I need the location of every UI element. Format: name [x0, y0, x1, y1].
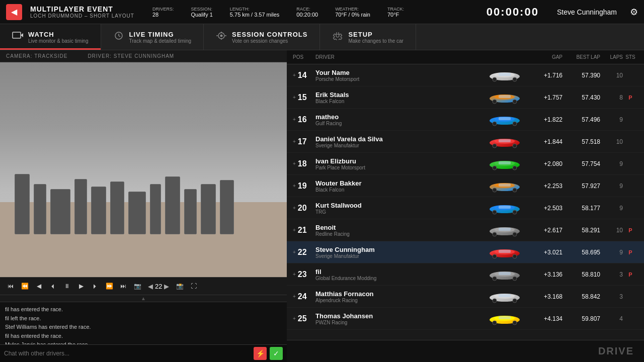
gap-cell: +2.617: [525, 227, 562, 234]
bestlap-cell: 58.842: [562, 293, 600, 300]
position-number: 25: [298, 314, 307, 323]
table-row[interactable]: + 17 Daniel Varela da Silva Sverige Manu…: [287, 131, 644, 153]
position-cell: + 24: [293, 292, 315, 301]
step-forward-button[interactable]: ⏵: [90, 281, 101, 292]
skip-to-start-button[interactable]: ⏮: [5, 281, 16, 292]
svg-point-47: [493, 232, 497, 236]
table-row[interactable]: + 25 Thomas Johansen PWZN Racing: [287, 308, 644, 330]
laps-cell: 9: [600, 249, 623, 256]
tab-watch[interactable]: WATCH Live monitor & basic timing: [0, 24, 101, 50]
garage-equipment: [15, 105, 273, 234]
gap-cell: +4.134: [525, 315, 562, 322]
tab-setup[interactable]: SETUP Make changes to the car: [320, 24, 416, 50]
driver-name: Steve Cunningham: [315, 246, 485, 253]
tab-live-timing[interactable]: LIVE TIMING Track map & detailed timing: [101, 24, 204, 50]
table-row[interactable]: + 16 matheo Gulf Racing: [287, 109, 644, 131]
driver-team: Porsche Motorsport: [315, 76, 485, 82]
position-cell: + 20: [293, 204, 315, 213]
rewind-fast-button[interactable]: ⏪: [19, 281, 30, 292]
svg-point-57: [493, 277, 497, 281]
lap-next-button[interactable]: ▶: [164, 283, 169, 290]
table-row[interactable]: + 14 Your Name Porsche Motorsport: [287, 64, 644, 86]
table-row[interactable]: + 23 fil Global Endurance Modding: [287, 263, 644, 286]
lap-prev-button[interactable]: ◀: [148, 283, 153, 290]
chat-input-bar[interactable]: ⚡ ✓: [0, 344, 287, 362]
chat-button-red[interactable]: ⚡: [254, 347, 267, 360]
bestlap-cell: 57.754: [562, 160, 600, 167]
car-thumbnail: [488, 312, 522, 326]
position-number: 19: [298, 182, 307, 191]
car-cell: [485, 157, 525, 171]
fullscreen-button[interactable]: ⛶: [188, 281, 199, 292]
chat-line: Stef Williams has entered the race.: [5, 323, 282, 332]
car-cell: [485, 312, 525, 326]
table-row[interactable]: + 15 Erik Staals Black Falcon: [287, 86, 644, 109]
bestlap-cell: 57.518: [562, 138, 600, 145]
driver-label: DRIVER: STEVE CUNNINGHAM: [88, 53, 174, 59]
back-button[interactable]: ◀: [6, 4, 22, 20]
gap-cell: +1.716: [525, 72, 562, 79]
laps-cell: 4: [600, 315, 623, 322]
position-cell: + 23: [293, 270, 315, 279]
pos-indicator: +: [293, 117, 296, 122]
svg-point-52: [493, 254, 497, 258]
session-info: SESSION: Qualify 1: [191, 7, 212, 18]
gap-cell: +2.080: [525, 160, 562, 167]
svg-rect-14: [499, 73, 511, 76]
lap-counter: ◀ 22 ▶: [148, 283, 169, 290]
equip-4: [74, 179, 87, 234]
drive-button[interactable]: DRIVE: [598, 345, 634, 357]
chat-line: fil has entered the race.: [5, 305, 282, 314]
main-content: CAMERA: TRACKSIDE DRIVER: STEVE CUNNINGH…: [0, 50, 644, 362]
table-row[interactable]: + 22 Steve Cunningham Sverige Manufaktur: [287, 241, 644, 263]
svg-point-18: [513, 100, 517, 104]
driver-cell: Erik Staals Black Falcon: [315, 91, 485, 104]
table-row[interactable]: + 21 Benoit Redline Racing: [287, 219, 644, 241]
play-button[interactable]: ▶: [75, 281, 87, 292]
chat-button-green[interactable]: ✓: [270, 347, 283, 360]
car-thumbnail: [488, 290, 522, 304]
svg-point-12: [493, 77, 497, 81]
tab-session-controls[interactable]: SESSION CONTROLS Vote on session changes: [204, 24, 320, 50]
live-timing-tab-text: LIVE TIMING Track map & detailed timing: [129, 31, 192, 44]
step-back-button[interactable]: ⏴: [47, 281, 58, 292]
settings-icon[interactable]: ⚙: [630, 7, 638, 18]
position-cell: + 22: [293, 248, 315, 257]
table-row[interactable]: + 20 Kurt Stallwood TRG: [287, 197, 644, 219]
table-row[interactable]: + 18 Ivan Elizburu Park Place Motorsport: [287, 153, 644, 175]
lap-number: 22: [155, 283, 162, 290]
pause-button[interactable]: ⏸: [61, 281, 72, 292]
col-gap-header: GAP: [525, 54, 562, 60]
camera-button[interactable]: 📷: [132, 281, 143, 292]
driver-name: Kurt Stallwood: [315, 202, 485, 209]
equip-3: [50, 189, 70, 234]
table-row[interactable]: + 19 Wouter Bakker Black Falcon: [287, 175, 644, 197]
pos-indicator: +: [293, 183, 296, 189]
screenshot-button[interactable]: 📸: [174, 281, 185, 292]
equip-6: [110, 182, 124, 234]
watch-label: WATCH: [28, 31, 89, 38]
rewind-button[interactable]: ◀: [33, 281, 44, 292]
svg-point-37: [493, 188, 497, 192]
gap-cell: +2.503: [525, 205, 562, 212]
position-number: 21: [298, 226, 307, 235]
bestlap-cell: 57.390: [562, 72, 600, 79]
svg-point-42: [493, 210, 497, 214]
table-row[interactable]: + 24 Matthias Fornacon Alpendruck Racing: [287, 286, 644, 308]
position-cell: + 21: [293, 226, 315, 235]
drivers-label: DRIVERS:: [152, 7, 174, 12]
position-number: 24: [298, 292, 307, 301]
equip-2: [34, 184, 46, 234]
skip-to-end-button[interactable]: ⏭: [118, 281, 129, 292]
equip-9: [165, 176, 180, 234]
svg-point-17: [493, 100, 497, 104]
pos-indicator: +: [293, 161, 296, 166]
car-thumbnail: [488, 135, 522, 149]
playback-controls: ⏮ ⏪ ◀ ⏴ ⏸ ▶ ⏵ ⏩ ⏭ 📷 ◀ 22 ▶ 📸 ⛶: [0, 277, 287, 295]
nav-tabs: WATCH Live monitor & basic timing LIVE T…: [0, 24, 644, 50]
sessioncontrols-sub: Vote on session changes: [232, 38, 307, 44]
chat-input[interactable]: [4, 350, 251, 357]
car-cell: [485, 223, 525, 237]
equip-10: [184, 189, 197, 234]
fast-forward-button[interactable]: ⏩: [104, 281, 115, 292]
